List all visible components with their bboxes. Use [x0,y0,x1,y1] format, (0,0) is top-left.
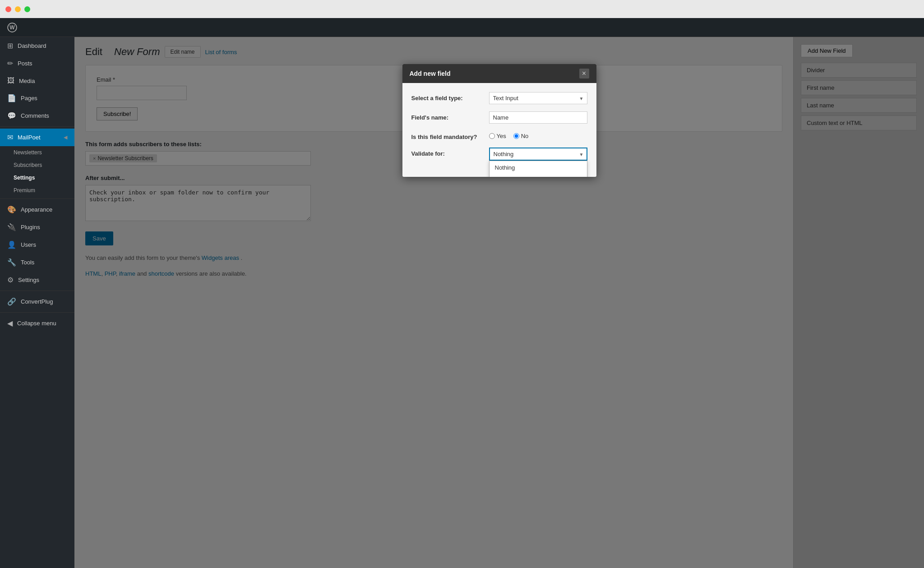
admin-bar: W [0,18,924,37]
comments-icon: 💬 [7,111,16,120]
field-name-input[interactable] [489,111,587,124]
mandatory-yes-radio[interactable] [489,133,495,139]
validate-label: Validate for: [411,148,484,157]
mandatory-yes-label[interactable]: Yes [489,133,506,139]
sidebar-sub-label-subscribers: Subscribers [14,162,42,168]
modal-body: Select a field type: Text Input Field's … [402,83,596,177]
modal-row-mandatory: Is this field mandatory? Yes No [411,131,587,140]
mandatory-no-label[interactable]: No [513,133,529,139]
plugins-icon: 🔌 [7,223,16,231]
minimize-button[interactable] [15,6,21,12]
field-type-select[interactable]: Text Input [489,92,587,104]
sidebar-item-posts[interactable]: ✏ Posts [0,55,74,72]
validate-control: Nothing Numbers only Letters only Alphan… [489,148,587,161]
users-icon: 👤 [7,240,16,249]
posts-icon: ✏ [7,59,13,68]
sidebar-sub-newsletters[interactable]: Newsletters [0,146,74,159]
mailpoet-arrow-icon: ◀ [64,134,67,140]
sidebar-sub-label-newsletters: Newsletters [14,149,42,156]
modal-title: Add new field [410,70,451,77]
sidebar-sub-premium[interactable]: Premium [0,184,74,197]
validate-dropdown: Nothing Numbers only Letters only Alphan… [489,161,587,177]
validate-select-wrapper: Nothing Numbers only Letters only Alphan… [489,148,587,161]
sidebar-item-pages[interactable]: 📄 Pages [0,89,74,107]
add-field-modal: Add new field × Select a field type: Tex… [402,64,596,177]
modal-row-validate: Validate for: Nothing Numbers only Lette… [411,148,587,161]
sidebar-sub-label-premium: Premium [14,187,35,194]
field-name-label: Field's name: [411,111,484,121]
sidebar-item-tools[interactable]: 🔧 Tools [0,254,74,271]
modal-overlay: Add new field × Select a field type: Tex… [74,37,924,568]
sidebar-label-dashboard: Dashboard [18,42,46,49]
media-icon: 🖼 [7,77,14,85]
dropdown-option-nothing[interactable]: Nothing [490,161,587,174]
mandatory-radio-group: Yes No [489,131,587,139]
sidebar-label-settings-main: Settings [18,277,39,283]
sidebar-label-mailpoet: MailPoet [18,134,41,141]
sidebar: ⊞ Dashboard ✏ Posts 🖼 Media 📄 Pages 💬 Co… [0,37,74,568]
field-type-control: Text Input [489,92,587,104]
sidebar-item-mailpoet[interactable]: ✉ MailPoet ◀ [0,129,74,146]
sidebar-label-tools: Tools [21,259,34,266]
settings-icon: ⚙ [7,276,14,284]
sidebar-label-users: Users [21,241,36,248]
sidebar-sub-settings[interactable]: Settings [0,171,74,184]
sidebar-label-pages: Pages [21,95,37,102]
sidebar-divider-4 [0,312,74,313]
app-layout: ⊞ Dashboard ✏ Posts 🖼 Media 📄 Pages 💬 Co… [0,37,924,568]
sidebar-label-comments: Comments [21,112,49,119]
mailpoet-icon: ✉ [7,133,13,142]
tools-icon: 🔧 [7,258,16,267]
sidebar-item-comments[interactable]: 💬 Comments [0,107,74,125]
wordpress-logo: W [7,23,17,32]
sidebar-divider-3 [0,291,74,291]
sidebar-label-appearance: Appearance [21,206,52,213]
sidebar-label-media: Media [19,78,35,84]
sidebar-item-collapse[interactable]: ◀ Collapse menu [0,314,74,332]
modal-row-field-type: Select a field type: Text Input [411,92,587,104]
pages-icon: 📄 [7,94,16,102]
sidebar-item-convertplug[interactable]: 🔗 ConvertPlug [0,293,74,310]
sidebar-divider-1 [0,126,74,127]
modal-row-field-name: Field's name: [411,111,587,124]
sidebar-item-appearance[interactable]: 🎨 Appearance [0,201,74,218]
sidebar-sub-label-settings: Settings [14,175,35,181]
sidebar-label-plugins: Plugins [21,224,40,231]
close-button[interactable] [5,6,11,12]
titlebar [0,0,924,18]
sidebar-item-dashboard[interactable]: ⊞ Dashboard [0,37,74,55]
maximize-button[interactable] [24,6,30,12]
mandatory-no-radio[interactable] [513,133,519,139]
modal-close-button[interactable]: × [579,69,589,79]
sidebar-divider-2 [0,199,74,199]
modal-header: Add new field × [402,64,596,83]
sidebar-item-users[interactable]: 👤 Users [0,236,74,254]
sidebar-item-settings-main[interactable]: ⚙ Settings [0,271,74,289]
field-type-label: Select a field type: [411,92,484,102]
mandatory-label: Is this field mandatory? [411,131,484,140]
sidebar-label-convertplug: ConvertPlug [21,298,53,305]
dropdown-option-numbers[interactable]: Numbers only [490,174,587,177]
mandatory-yes-text: Yes [497,133,506,139]
sidebar-item-media[interactable]: 🖼 Media [0,72,74,89]
sidebar-sub-subscribers[interactable]: Subscribers [0,159,74,171]
field-name-control [489,111,587,124]
appearance-icon: 🎨 [7,205,16,214]
sidebar-label-posts: Posts [18,60,32,67]
sidebar-label-collapse: Collapse menu [17,320,56,327]
convertplug-icon: 🔗 [7,297,16,306]
dashboard-icon: ⊞ [7,42,13,50]
svg-text:W: W [9,24,15,31]
collapse-icon: ◀ [7,319,13,328]
mandatory-control: Yes No [489,131,587,139]
mandatory-no-text: No [521,133,529,139]
validate-select[interactable]: Nothing Numbers only Letters only Alphan… [489,148,587,161]
sidebar-item-plugins[interactable]: 🔌 Plugins [0,218,74,236]
